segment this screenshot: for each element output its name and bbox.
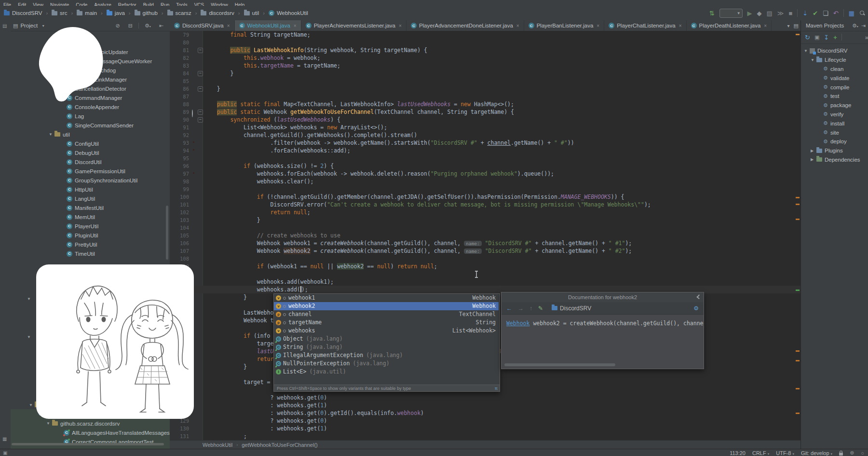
- update-project-icon[interactable]: ⇅: [709, 10, 715, 16]
- chevron-down-icon[interactable]: ▼: [46, 421, 52, 426]
- chevron-down-icon[interactable]: ▼: [811, 58, 816, 62]
- nav-crumb-github[interactable]: github: [134, 10, 159, 16]
- maven-item-deploy[interactable]: ⚙deploy: [801, 137, 868, 146]
- gear-icon[interactable]: ⚙: [693, 305, 704, 312]
- tree-item-playerutil[interactable]: CPlayerUtil: [11, 221, 170, 231]
- up-icon[interactable]: ↑: [529, 305, 532, 312]
- completion-item-list-e[interactable]: IList<E>(java.util): [274, 368, 499, 376]
- chevron-down-icon[interactable]: ▼: [27, 335, 33, 339]
- generate-sources-icon[interactable]: ▣: [814, 34, 819, 41]
- project-tool-window-icon[interactable]: ▤: [2, 23, 7, 28]
- completion-item-nullpointerexception[interactable]: CNullPointerException(java.lang): [274, 359, 499, 368]
- breadcrumb-method[interactable]: getWebhookToUseForChannel(): [242, 442, 318, 448]
- completion-item-illegalargumentexception[interactable]: CIllegalArgumentException(java.lang): [274, 351, 499, 359]
- maven-item-validate[interactable]: ⚙validate: [801, 73, 868, 83]
- nav-crumb-webhookutil[interactable]: CWebhookUtil: [268, 10, 309, 16]
- hide-empty-packages-icon[interactable]: ⊘: [115, 23, 120, 29]
- collapse-all-icon[interactable]: ⊟: [128, 23, 133, 29]
- chevron-right-icon[interactable]: ▶: [811, 149, 816, 153]
- close-icon[interactable]: ×: [399, 23, 402, 28]
- coverage-icon[interactable]: ▨: [767, 10, 773, 16]
- nav-crumb-scarsz[interactable]: scarsz: [166, 10, 192, 16]
- search-everywhere-icon[interactable]: [859, 10, 865, 16]
- vcs-branch-widget[interactable]: Git: develop▾: [801, 450, 832, 456]
- stripe-mark[interactable]: [796, 388, 800, 389]
- close-icon[interactable]: ×: [679, 23, 682, 28]
- forward-icon[interactable]: →: [518, 305, 524, 312]
- run-icon[interactable]: ▶: [747, 10, 752, 16]
- breadcrumb-class[interactable]: WebhookUtil: [203, 442, 232, 448]
- maven-item-clean[interactable]: ⚙clean: [801, 65, 868, 74]
- chevron-right-icon[interactable]: ▶: [811, 157, 816, 162]
- tree-item-langutil[interactable]: CLangUtil: [11, 194, 170, 203]
- line-separator-widget[interactable]: CRLF▾: [752, 450, 769, 456]
- vcs-commit-icon[interactable]: ✔: [813, 10, 818, 16]
- nav-crumb-src[interactable]: src: [51, 10, 68, 16]
- maven-item-compile[interactable]: ⚙compile: [801, 83, 868, 92]
- tabs-list-icon[interactable]: ▾: [787, 23, 790, 28]
- completion-item-object[interactable]: CObject(java.lang): [274, 335, 499, 343]
- completion-item-targetname[interactable]: ptargetNameString: [274, 318, 499, 327]
- tree-item-gamepermissionutil[interactable]: CGamePermissionUtil: [11, 166, 170, 176]
- close-icon[interactable]: ×: [227, 23, 230, 28]
- stripe-mark[interactable]: [796, 413, 800, 414]
- completion-item-string[interactable]: CString(java.lang): [274, 343, 499, 351]
- editor-menu-icon[interactable]: ▤: [794, 23, 799, 29]
- nav-crumb-discordsrv[interactable]: DiscordSRV: [3, 10, 43, 16]
- hide-panel-icon[interactable]: ⇤: [159, 23, 163, 29]
- stripe-mark[interactable]: [796, 219, 800, 220]
- project-panel-title[interactable]: Project: [20, 23, 38, 28]
- completion-item-webhooks[interactable]: vwebhooksList<Webhook>: [274, 327, 499, 335]
- maven-item-plugins[interactable]: ▶Plugins: [801, 146, 868, 155]
- stripe-mark[interactable]: [796, 197, 800, 198]
- tree-item-lag[interactable]: CLag: [11, 111, 170, 121]
- tree-item-util[interactable]: ▼util: [11, 130, 170, 139]
- project-views-icon[interactable]: ▤: [13, 23, 18, 29]
- structure-view-icon[interactable]: ▦: [849, 10, 854, 16]
- highlighting-level-icon[interactable]: ⊕: [850, 450, 854, 456]
- tree-item-timeutil[interactable]: CTimeUtil: [11, 249, 170, 258]
- status-menu-icon[interactable]: ▣: [3, 450, 7, 456]
- edit-source-icon[interactable]: ✎: [538, 305, 543, 312]
- tab-playeradvancementdonelistener-java[interactable]: CPlayerAdvancementDoneListener.java×: [407, 20, 524, 31]
- close-icon[interactable]: ×: [516, 23, 519, 28]
- tab-playerachievementslistener-java[interactable]: CPlayerAchievementsListener.java×: [301, 20, 407, 31]
- error-stripe[interactable]: [795, 31, 800, 440]
- completion-sort-icon[interactable]: π: [495, 386, 498, 391]
- vcs-changes-icon[interactable]: ❏: [823, 10, 828, 16]
- close-icon[interactable]: ×: [764, 23, 767, 28]
- maven-item-discordsrv[interactable]: ▼DiscordSRV: [801, 46, 868, 55]
- stripe-mark[interactable]: [796, 204, 800, 205]
- horizontal-scrollbar[interactable]: [12, 443, 164, 445]
- notifications-icon[interactable]: ○: [861, 450, 864, 456]
- maven-item-site[interactable]: ⚙site: [801, 128, 868, 137]
- caret-position[interactable]: 113:20: [730, 450, 746, 456]
- chevron-down-icon[interactable]: ▼: [29, 403, 35, 407]
- tool-windows-toggle-icon[interactable]: ▦: [2, 436, 7, 442]
- stripe-mark[interactable]: [796, 290, 800, 291]
- download-sources-icon[interactable]: ↧: [824, 34, 829, 41]
- nav-crumb-java[interactable]: java: [106, 10, 126, 16]
- tree-item-groupsynchronizationutil[interactable]: CGroupSynchronizationUtil: [11, 176, 170, 185]
- nav-crumb-discordsrv[interactable]: discordsrv: [200, 10, 235, 16]
- back-icon[interactable]: ←: [506, 305, 512, 312]
- vertical-scrollbar[interactable]: [166, 206, 168, 260]
- close-icon[interactable]: ×: [294, 23, 297, 28]
- stripe-mark[interactable]: [796, 350, 800, 352]
- chevron-down-icon[interactable]: ▼: [27, 297, 33, 301]
- vcs-update-icon[interactable]: ⇣: [802, 10, 808, 16]
- rollback-icon[interactable]: ↶: [833, 10, 839, 16]
- encoding-widget[interactable]: UTF-8▾: [776, 450, 794, 456]
- hide-panel-icon[interactable]: ⇥: [861, 23, 866, 29]
- gear-icon[interactable]: ⚙▾: [852, 23, 858, 29]
- stripe-mark[interactable]: [796, 34, 800, 35]
- completion-item-webhook1[interactable]: vwebhook1Webhook: [274, 294, 499, 302]
- add-maven-project-icon[interactable]: +: [833, 34, 837, 41]
- maven-item-install[interactable]: ⚙install: [801, 119, 868, 128]
- gear-icon[interactable]: ⚙▾: [145, 23, 151, 29]
- maven-item-dependencies[interactable]: ▶Dependencies: [801, 155, 868, 165]
- close-icon[interactable]: ×: [597, 23, 599, 28]
- chevron-down-icon[interactable]: ▼: [804, 49, 810, 53]
- tree-item-httputil[interactable]: CHttpUtil: [11, 185, 170, 194]
- tree-item-manifestutil[interactable]: CManifestUtil: [11, 203, 170, 212]
